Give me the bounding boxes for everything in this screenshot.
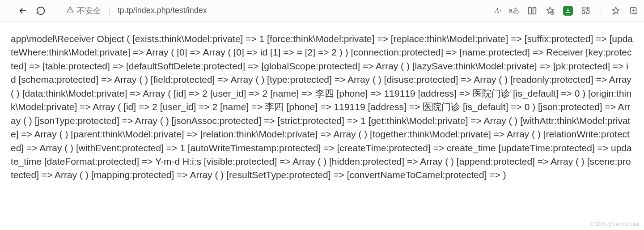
translate-icon[interactable]: aあ (509, 6, 519, 16)
svg-rect-0 (529, 7, 531, 14)
watermark: CSDN @LenckCuak (590, 221, 640, 227)
split-screen-icon[interactable] (527, 6, 537, 16)
text-size-sup: ⦁ (499, 8, 501, 13)
downloads-icon[interactable] (563, 6, 573, 16)
text-size-icon[interactable]: A⦁ (495, 6, 501, 16)
model-dump-text: app\model\Receiver Object ( [exists:thin… (11, 34, 633, 180)
collections-icon[interactable] (629, 6, 639, 16)
nav-controls (18, 6, 46, 16)
divider: | (108, 6, 110, 15)
favorites-list-icon[interactable] (611, 6, 621, 16)
insecure-label: 不安全 (77, 5, 101, 16)
refresh-button[interactable] (36, 6, 46, 16)
url-text[interactable]: tp.tp/index.php/test/index (118, 6, 491, 15)
toolbar-right: A⦁ aあ (495, 6, 639, 16)
address-bar[interactable]: 不安全 | tp.tp/index.php/test/index (66, 5, 491, 16)
back-button[interactable] (18, 6, 28, 16)
favorite-icon[interactable] (545, 6, 555, 16)
extensions-icon[interactable] (581, 6, 591, 16)
separator (601, 6, 601, 16)
svg-rect-1 (533, 7, 536, 14)
browser-toolbar: 不安全 | tp.tp/index.php/test/index A⦁ aあ (0, 0, 644, 21)
security-indicator[interactable]: 不安全 (66, 5, 101, 16)
page-content: app\model\Receiver Object ( [exists:thin… (0, 21, 644, 182)
warning-icon (66, 5, 74, 16)
